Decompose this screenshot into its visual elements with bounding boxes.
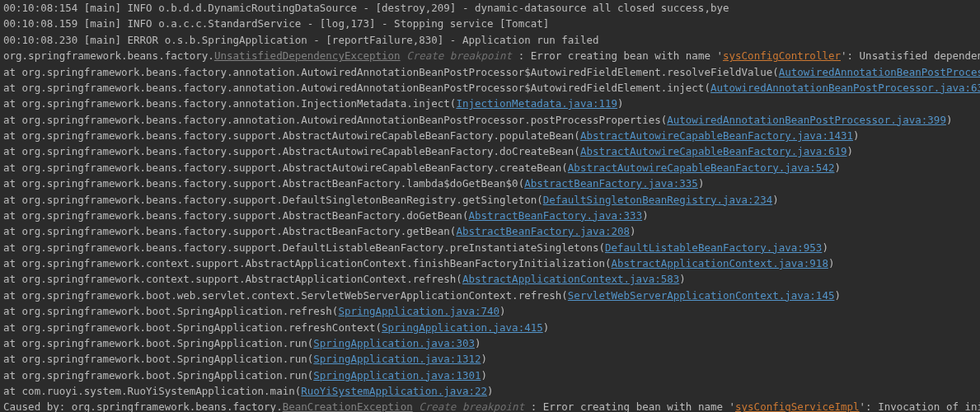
- stack-frame-text: ): [822, 241, 828, 254]
- create-breakpoint-link[interactable]: Create breakpoint: [419, 400, 524, 412]
- log-line: at org.springframework.boot.SpringApplic…: [3, 368, 977, 383]
- stack-frame-text: at org.springframework.beans.factory.ann…: [3, 82, 710, 94]
- log-line: at org.springframework.boot.SpringApplic…: [3, 351, 977, 367]
- log-text: Caused by: org.springframework.beans.fac…: [3, 400, 283, 412]
- source-link[interactable]: AutowiredAnnotationBeanPostProcessor.jav…: [710, 82, 980, 94]
- log-line: at org.springframework.boot.SpringApplic…: [3, 303, 977, 319]
- log-text: ': Unsatisfied dependency expresse: [841, 49, 980, 62]
- stack-frame-text: at org.springframework.boot.SpringApplic…: [3, 369, 313, 382]
- stack-frame-text: ): [698, 177, 705, 190]
- stack-frame-text: at org.springframework.boot.SpringApplic…: [3, 337, 313, 349]
- log-text: org.springframework.beans.factory.: [3, 49, 214, 62]
- stack-frame-text: at org.springframework.beans.factory.sup…: [3, 241, 605, 254]
- source-link[interactable]: AbstractBeanFactory.java:208: [456, 225, 630, 237]
- stack-frame-text: at org.springframework.beans.factory.sup…: [3, 145, 580, 157]
- log-text: : Error creating bean with name ': [512, 49, 723, 62]
- stack-frame-text: at org.springframework.context.support.A…: [3, 257, 612, 269]
- source-link[interactable]: AbstractAutowireCapableBeanFactory.java:…: [580, 145, 847, 157]
- stack-frame-text: at org.springframework.beans.factory.sup…: [3, 129, 580, 142]
- source-link[interactable]: AbstractBeanFactory.java:333: [468, 209, 642, 222]
- source-link[interactable]: InjectionMetadata.java:119: [456, 97, 617, 110]
- source-link[interactable]: AutowiredAnnotationBeanPostProcessor.: [779, 66, 980, 78]
- source-link[interactable]: DefaultListableBeanFactory.java:953: [605, 241, 822, 254]
- stack-frame-text: at org.springframework.beans.factory.sup…: [3, 225, 456, 237]
- stack-frame-text: at org.springframework.boot.SpringApplic…: [3, 321, 382, 334]
- log-text: 00:10:08.230 [main] ERROR o.s.b.SpringAp…: [3, 34, 598, 46]
- source-link[interactable]: AutowiredAnnotationBeanPostProcessor.jav…: [667, 114, 946, 126]
- stack-frame-text: ): [828, 257, 835, 269]
- stack-frame-text: at org.springframework.beans.factory.sup…: [3, 162, 568, 174]
- log-line: at org.springframework.beans.factory.ann…: [3, 80, 977, 96]
- source-link[interactable]: SpringApplication.java:415: [382, 321, 543, 334]
- stack-frame-text: at org.springframework.beans.factory.sup…: [3, 194, 543, 206]
- source-link[interactable]: RuoYiSystemApplication.java:22: [301, 385, 487, 397]
- log-line: at org.springframework.context.support.A…: [3, 271, 977, 287]
- bean-link[interactable]: sysConfigServiceImpl: [735, 400, 860, 412]
- stack-frame-text: ): [847, 145, 854, 157]
- log-text: 00:10:08.159 [main] INFO o.a.c.c.Standar…: [3, 17, 549, 30]
- log-line: at org.springframework.beans.factory.sup…: [3, 223, 977, 239]
- log-line: at com.ruoyi.system.RuoYiSystemApplicati…: [3, 383, 977, 399]
- log-line: at org.springframework.boot.SpringApplic…: [3, 320, 977, 335]
- stack-frame-text: ): [946, 114, 953, 126]
- stack-frame-text: at org.springframework.beans.factory.ann…: [3, 114, 667, 126]
- stack-frame-text: ): [543, 321, 550, 334]
- source-link[interactable]: AbstractBeanFactory.java:335: [524, 177, 698, 190]
- log-line: at org.springframework.beans.factory.ann…: [3, 64, 977, 80]
- stack-frame-text: ): [481, 369, 488, 382]
- log-line: at org.springframework.beans.factory.sup…: [3, 176, 977, 191]
- stack-frame-text: at org.springframework.beans.factory.ann…: [3, 97, 456, 110]
- log-line: 00:10:08.159 [main] INFO o.a.c.c.Standar…: [3, 16, 977, 31]
- exception-link[interactable]: UnsatisfiedDependencyException: [214, 49, 401, 62]
- log-line: at org.springframework.boot.web.servlet.…: [3, 288, 977, 303]
- stack-frame-text: at org.springframework.beans.factory.ann…: [3, 66, 779, 78]
- log-line: at org.springframework.beans.factory.ann…: [3, 112, 977, 128]
- stack-frame-text: ): [475, 337, 481, 349]
- log-line: at org.springframework.beans.factory.sup…: [3, 192, 977, 208]
- stack-frame-text: ): [834, 289, 841, 302]
- log-line: at org.springframework.beans.factory.sup…: [3, 240, 977, 255]
- source-link[interactable]: SpringApplication.java:1312: [313, 353, 481, 365]
- stack-frame-text: ): [487, 385, 494, 397]
- log-line: at org.springframework.beans.factory.sup…: [3, 208, 977, 223]
- create-breakpoint-link[interactable]: Create breakpoint: [406, 49, 512, 62]
- stack-frame-text: ): [834, 162, 841, 174]
- stack-frame-text: at org.springframework.boot.SpringApplic…: [3, 305, 338, 317]
- log-text: ': Invocation of init method fa: [860, 400, 980, 412]
- stack-frame-text: at org.springframework.beans.factory.sup…: [3, 177, 524, 190]
- log-line: at org.springframework.beans.factory.ann…: [3, 96, 977, 111]
- stack-frame-text: ): [630, 225, 636, 237]
- source-link[interactable]: SpringApplication.java:303: [313, 337, 475, 349]
- stack-frame-text: ): [853, 129, 860, 142]
- log-line: at org.springframework.beans.factory.sup…: [3, 128, 977, 143]
- source-link[interactable]: SpringApplication.java:1301: [313, 369, 481, 382]
- stack-frame-text: ): [481, 353, 488, 365]
- log-line: at org.springframework.context.support.A…: [3, 255, 977, 271]
- source-link[interactable]: AbstractApplicationContext.java:583: [462, 273, 679, 285]
- stack-frame-text: at org.springframework.beans.factory.sup…: [3, 209, 468, 222]
- exception-link[interactable]: BeanCreationException: [283, 400, 413, 412]
- source-link[interactable]: SpringApplication.java:740: [338, 305, 499, 317]
- stack-frame-text: at org.springframework.boot.SpringApplic…: [3, 353, 313, 365]
- stack-frame-text: ): [499, 305, 506, 317]
- stack-frame-text: ): [772, 194, 779, 206]
- stack-frame-text: at org.springframework.boot.web.servlet.…: [3, 289, 568, 302]
- stack-frame-text: at org.springframework.context.support.A…: [3, 273, 462, 285]
- source-link[interactable]: DefaultSingletonBeanRegistry.java:234: [543, 194, 772, 206]
- stack-frame-text: ): [679, 273, 686, 285]
- stack-frame-text: at com.ruoyi.system.RuoYiSystemApplicati…: [3, 385, 301, 397]
- log-line: at org.springframework.beans.factory.sup…: [3, 143, 977, 159]
- stack-frame-text: ): [617, 97, 624, 110]
- log-text: 00:10:08:154 [main] INFO o.b.d.d.Dynamic…: [3, 2, 729, 14]
- source-link[interactable]: ServletWebServerApplicationContext.java:…: [568, 289, 835, 302]
- log-line: org.springframework.beans.factory.Unsati…: [3, 48, 977, 63]
- log-line: at org.springframework.beans.factory.sup…: [3, 160, 977, 176]
- source-link[interactable]: AbstractAutowireCapableBeanFactory.java:…: [568, 162, 835, 174]
- bean-link[interactable]: sysConfigController: [723, 49, 841, 62]
- log-line: 00:10:08.230 [main] ERROR o.s.b.SpringAp…: [3, 32, 977, 48]
- stack-frame-text: ): [642, 209, 649, 222]
- source-link[interactable]: AbstractAutowireCapableBeanFactory.java:…: [580, 129, 853, 142]
- log-line: Caused by: org.springframework.beans.fac…: [3, 399, 977, 412]
- console-output: 00:10:08:154 [main] INFO o.b.d.d.Dynamic…: [3, 0, 977, 412]
- source-link[interactable]: AbstractApplicationContext.java:918: [612, 257, 828, 269]
